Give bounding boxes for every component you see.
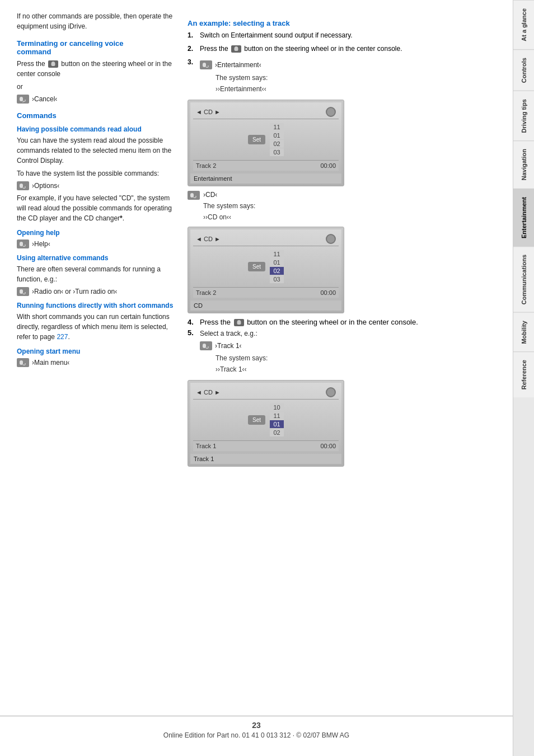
step-4: 4. Press the button on the steering whee…	[188, 318, 496, 326]
voice-icon-main-menu	[17, 358, 29, 367]
cd-cmd-text: ›CD‹	[203, 191, 217, 199]
cd-track-label-2: Track 2	[196, 289, 216, 296]
cd-time-1: 00:00	[320, 162, 336, 169]
svg-rect-2	[20, 184, 23, 188]
sidebar-tab-mobility[interactable]: Mobility	[513, 312, 535, 352]
voice-icon-cancel	[17, 95, 29, 104]
voice-icon-cd	[188, 191, 200, 200]
voice-icon-options	[17, 181, 29, 190]
cd-track3-10: 10	[270, 403, 284, 411]
terminate-or: or	[17, 82, 176, 92]
step-2-num: 2.	[188, 44, 195, 54]
entertainment-cmd-text: ›Entertainment‹	[215, 60, 261, 70]
cd-track-list-3: 10 11 01 02	[270, 403, 284, 436]
cd-track-list-2: 11 01 02 03	[270, 250, 284, 283]
cd-track3-01-selected: 01	[270, 420, 284, 428]
cd-screen-1-topbar: ◄ CD ►	[193, 105, 339, 119]
cd-knob-2	[326, 234, 336, 244]
voice-icon-track1	[200, 341, 212, 350]
sidebar-tab-communications[interactable]: Communications	[513, 246, 535, 312]
system-response-cd: ››CD on‹‹	[203, 212, 496, 222]
heading-terminate-voice: Terminating or canceling voicecommand	[17, 39, 176, 56]
sidebar-tab-navigation[interactable]: Navigation	[513, 140, 535, 188]
subheading-short-commands: Running functions directly with short co…	[17, 302, 176, 309]
steps-list: 1. Switch on Entertainment sound output …	[188, 30, 496, 95]
svg-rect-4	[20, 289, 23, 294]
sidebar-tab-reference[interactable]: Reference	[513, 351, 535, 397]
cd-screen-2-topbar: ◄ CD ►	[193, 232, 339, 246]
cd-track2-11: 11	[270, 250, 284, 258]
cd-arrow-left-3: ◄ CD ►	[196, 389, 221, 396]
possible-commands-para1: You can have the system read aloud the p…	[17, 135, 176, 166]
cd-screen-2: ◄ CD ► Set 11 01 02 03 Track 2	[188, 227, 344, 313]
cd-track2-02-selected: 02	[270, 267, 284, 275]
intro-text: If no other commands are possible, then …	[17, 11, 176, 31]
svg-rect-5	[20, 360, 23, 365]
radio-cmd-text: ›Radio on‹ or ›Turn radio on‹	[32, 288, 117, 295]
sidebar-tab-driving-tips[interactable]: Driving tips	[513, 91, 535, 141]
subheading-opening-help: Opening help	[17, 229, 176, 237]
cd-screen-2-bottombar: Track 2 00:00	[193, 287, 339, 298]
options-cmd: ›Options‹	[17, 181, 176, 190]
cd-bottom-name-3: Track 1	[190, 454, 341, 464]
sidebar-tab-controls[interactable]: Controls	[513, 49, 535, 91]
left-column: If no other commands are possible, then …	[17, 11, 176, 739]
step-3-num: 3.	[188, 57, 195, 95]
system-says-track1: The system says:	[216, 353, 268, 363]
short-commands-para: With short commands you can run certain …	[17, 312, 176, 342]
system-says-1: The system says:	[216, 73, 268, 83]
cd-screen-1: ◄ CD ► Set 11 01 02 03 Track 2	[188, 100, 344, 186]
cd-bottom-name-2: CD	[190, 300, 341, 311]
main-menu-cmd-text: ›Main menu‹	[32, 359, 69, 367]
page-number: 23	[0, 721, 513, 730]
cd-track2-03: 03	[270, 275, 284, 283]
sidebar-tab-at-a-glance[interactable]: At a glance	[513, 0, 535, 49]
svg-rect-8	[203, 344, 206, 348]
right-heading: An example: selecting a track	[188, 19, 496, 27]
cd-track-label-1: Track 2	[196, 162, 216, 169]
step-5-num: 5.	[188, 328, 195, 337]
step-4-text: Press the button on the steering wheel o…	[200, 318, 418, 326]
track1-cmd: ›Track 1‹	[200, 341, 268, 350]
system-says-cd: The system says:	[203, 201, 496, 211]
voice-icon-help	[17, 240, 29, 248]
cd-screen-3-bottombar: Track 1 00:00	[193, 440, 339, 451]
cd-time-2: 00:00	[320, 289, 336, 296]
step-1: 1. Switch on Entertainment sound output …	[188, 30, 496, 40]
step-2-text: Press the button on the steering wheel o…	[200, 44, 402, 54]
btn-icon-step2	[231, 45, 241, 53]
subheading-possible-commands: Having possible commands read aloud	[17, 125, 176, 133]
step-3-content: ›Entertainment‹ The system says: ››Enter…	[200, 57, 268, 95]
cd-knob-3	[326, 387, 336, 397]
cd-track-02: 02	[270, 140, 284, 148]
cd-arrow-left-2: ◄ CD ►	[196, 236, 221, 242]
cd-track-01: 01	[270, 132, 284, 139]
cd-screen-1-tracks: Set 11 01 02 03	[193, 121, 339, 158]
entertainment-cmd: ›Entertainment‹	[200, 60, 268, 70]
main-menu-cmd: ›Main menu‹	[17, 358, 176, 367]
cd-time-3: 00:00	[320, 443, 336, 449]
footer: 23 Online Edition for Part no. 01 41 0 0…	[0, 716, 513, 739]
svg-rect-3	[20, 242, 23, 246]
sidebar: At a glance Controls Driving tips Naviga…	[513, 0, 534, 756]
cd-arrow-left-1: ◄ CD ►	[196, 109, 221, 115]
cd-track3-11: 11	[270, 412, 284, 420]
svg-rect-6	[203, 63, 206, 67]
cd-knob-1	[326, 107, 336, 117]
cd-set-btn-2: Set	[248, 262, 265, 271]
main-content: If no other commands are possible, then …	[0, 0, 513, 756]
steering-btn-icon	[48, 60, 58, 68]
cd-screen-3: ◄ CD ► Set 10 11 01 02 Track 1	[188, 380, 344, 467]
cd-track-11: 11	[270, 123, 284, 131]
cd-cmd-block: ›CD‹	[188, 191, 496, 200]
sidebar-tab-entertainment[interactable]: Entertainment	[513, 189, 535, 246]
cd-screen-1-inner: ◄ CD ► Set 11 01 02 03 Track 2	[190, 102, 341, 173]
step-1-num: 1.	[188, 30, 195, 40]
cd-track-03: 03	[270, 148, 284, 156]
track1-cmd-text: ›Track 1‹	[215, 342, 242, 350]
options-cmd-text: ›Options‹	[32, 182, 59, 190]
step-2: 2. Press the button on the steering whee…	[188, 44, 496, 54]
system-response-1: ››Entertainment‹‹	[216, 84, 268, 94]
right-column: An example: selecting a track 1. Switch …	[188, 11, 496, 739]
heading-commands: Commands	[17, 111, 176, 120]
